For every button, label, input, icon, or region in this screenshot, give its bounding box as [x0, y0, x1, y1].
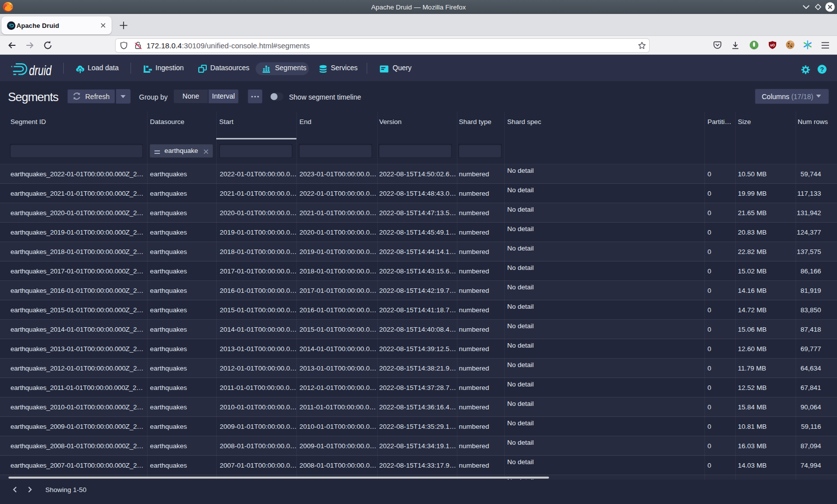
svg-text:uO: uO [770, 43, 775, 47]
svg-text:druid: druid [29, 64, 52, 78]
svg-text:?: ? [820, 66, 824, 73]
